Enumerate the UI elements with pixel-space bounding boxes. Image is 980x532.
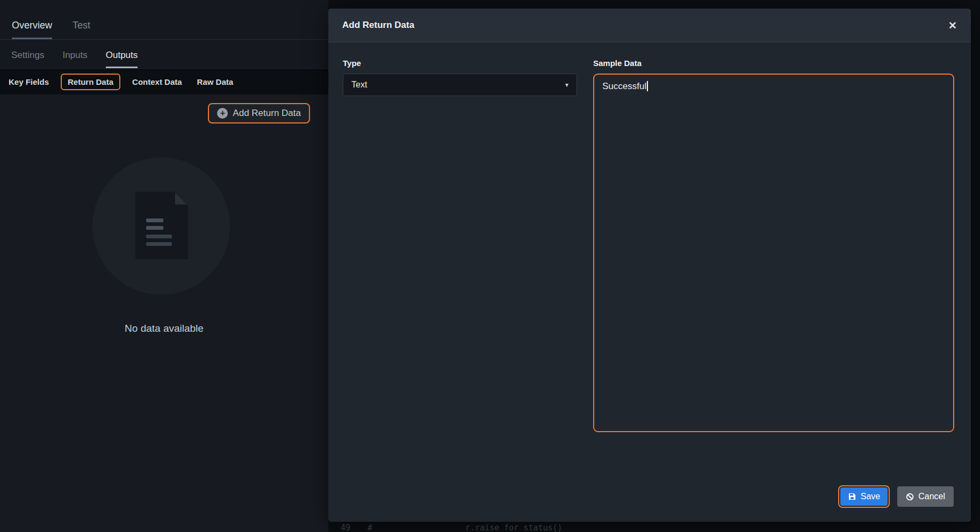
sample-data-label: Sample Data <box>593 59 954 68</box>
tab-return-data[interactable]: Return Data <box>61 74 120 90</box>
code-comment-hash: # <box>367 523 372 532</box>
code-text: r.raise_for_status() <box>465 523 563 532</box>
add-return-data-button[interactable]: + Add Return Data <box>208 103 310 123</box>
modal-header: Add Return Data ✕ <box>328 9 971 42</box>
save-button[interactable]: Save <box>840 487 888 506</box>
empty-state-message: No data available <box>0 323 328 334</box>
sample-data-text: Successful <box>602 81 646 91</box>
tab-inputs[interactable]: Inputs <box>62 50 87 68</box>
save-label: Save <box>861 492 880 501</box>
sub-tab-bar: Settings Inputs Outputs <box>0 40 328 69</box>
chevron-down-icon: ▾ <box>565 81 568 89</box>
add-return-data-row: + Add Return Data <box>0 94 328 123</box>
empty-state-illustration <box>92 157 230 295</box>
save-button-focus-ring: Save <box>838 485 890 508</box>
save-icon <box>848 492 856 501</box>
document-icon <box>135 192 188 259</box>
tab-test[interactable]: Test <box>73 20 90 39</box>
cancel-icon <box>906 493 914 501</box>
modal-title: Add Return Data <box>342 20 414 31</box>
record-side-panel: Overview Test Settings Inputs Outputs Ke… <box>0 0 328 532</box>
tab-raw-data[interactable]: Raw Data <box>194 75 237 89</box>
cancel-button[interactable]: Cancel <box>897 486 954 507</box>
sample-data-textarea[interactable]: Successful <box>593 74 954 432</box>
text-cursor <box>647 81 648 91</box>
type-select-value: Text <box>351 80 367 90</box>
close-icon[interactable]: ✕ <box>948 20 957 31</box>
tab-settings[interactable]: Settings <box>11 50 44 68</box>
type-label: Type <box>343 59 577 68</box>
modal-footer: Save Cancel <box>838 485 954 508</box>
code-line-number: 49 <box>341 523 350 532</box>
modal-body: Type Text ▾ Sample Data Successful <box>328 42 971 432</box>
tab-context-data[interactable]: Context Data <box>129 75 185 89</box>
type-select[interactable]: Text ▾ <box>343 74 577 96</box>
sample-data-field-group: Sample Data Successful <box>593 59 954 432</box>
top-tab-bar: Overview Test <box>0 0 328 40</box>
output-data-tab-bar: Key Fields Return Data Context Data Raw … <box>0 69 328 94</box>
add-return-data-modal: Add Return Data ✕ Type Text ▾ Sample Dat… <box>328 9 971 522</box>
type-field-group: Type Text ▾ <box>343 59 577 432</box>
tab-overview[interactable]: Overview <box>12 20 52 39</box>
add-return-data-label: Add Return Data <box>233 108 301 119</box>
plus-icon: + <box>217 108 228 119</box>
tab-outputs[interactable]: Outputs <box>106 50 138 68</box>
cancel-label: Cancel <box>918 492 945 501</box>
tab-key-fields[interactable]: Key Fields <box>5 75 52 89</box>
